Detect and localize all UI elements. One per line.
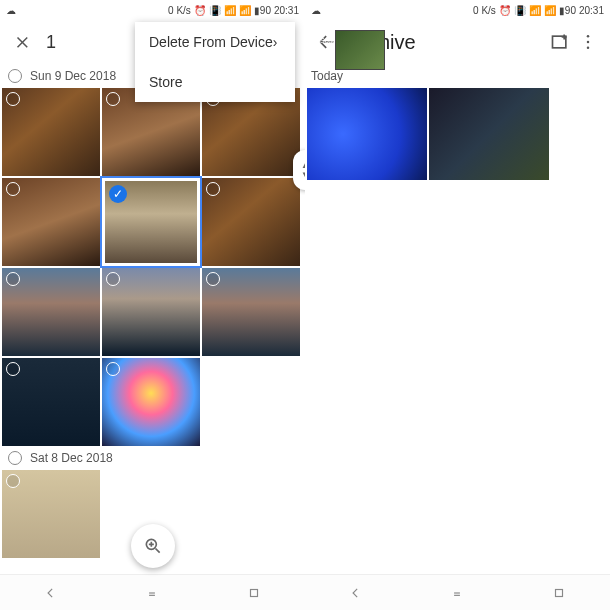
svg-rect-3 xyxy=(251,589,258,596)
select-all-ring[interactable] xyxy=(8,69,22,83)
signal-icon: 📶 xyxy=(239,5,251,16)
photo-thumb[interactable] xyxy=(202,268,300,356)
photo-thumb[interactable] xyxy=(2,470,100,558)
nav-bar xyxy=(305,574,610,610)
menu-delete-from-device[interactable]: Delete From Device› xyxy=(135,22,295,62)
vibrate-icon: 📳 xyxy=(209,5,221,16)
vibrate-icon: 📳 xyxy=(514,5,526,16)
nav-bar xyxy=(0,574,305,610)
phone-left-gallery: ☁ 0 K/s ⏰ 📳 📶 📶 ▮90 20:31 1 Sun 9 Dec 20… xyxy=(0,0,305,610)
svg-rect-10 xyxy=(556,589,563,596)
photo-thumb-selected[interactable]: ✓ xyxy=(102,178,200,266)
photo-thumb[interactable] xyxy=(102,358,200,446)
status-bar: ☁ 0 K/s ⏰ 📳 📶 📶 ▮90 20:31 xyxy=(0,0,305,20)
nav-back[interactable] xyxy=(41,583,61,603)
archive-grid: Register VideoScatta FotoCrea CartellaNa… xyxy=(305,88,610,180)
clock: 20:31 xyxy=(579,5,604,16)
nav-back[interactable] xyxy=(346,583,366,603)
photo-thumb[interactable] xyxy=(2,268,100,356)
date-label: Sun 9 Dec 2018 xyxy=(30,69,116,83)
add-photo-icon[interactable] xyxy=(546,28,574,56)
zoom-fab[interactable] xyxy=(131,524,175,568)
select-all-ring[interactable] xyxy=(8,451,22,465)
nav-home[interactable] xyxy=(142,583,162,603)
battery-icon: ▮90 xyxy=(559,5,576,16)
nav-recent[interactable] xyxy=(244,583,264,603)
photo-grid-1: ✓ xyxy=(0,88,305,446)
nav-recent[interactable] xyxy=(549,583,569,603)
svg-point-7 xyxy=(587,47,590,50)
svg-point-5 xyxy=(587,35,590,38)
svg-rect-1 xyxy=(150,592,156,593)
date-label: Sat 8 Dec 2018 xyxy=(30,451,113,465)
alarm-icon: ⏰ xyxy=(194,5,206,16)
archive-thumb[interactable] xyxy=(429,88,549,180)
svg-rect-9 xyxy=(455,594,461,595)
context-menu: Delete From Device› Store xyxy=(135,22,295,102)
scroll-handle[interactable]: ▲▼ xyxy=(293,150,305,190)
net-speed: 0 K/s xyxy=(473,5,496,16)
svg-rect-8 xyxy=(455,592,461,593)
clock: 20:31 xyxy=(274,5,299,16)
signal-icon: 📶 xyxy=(544,5,556,16)
phone-right-archive: ☁ 0 K/s ⏰ 📳 📶 📶 ▮90 20:31 Archive Today … xyxy=(305,0,610,610)
photo-thumb[interactable] xyxy=(202,178,300,266)
more-icon[interactable] xyxy=(574,28,602,56)
wifi-icon: 📶 xyxy=(224,5,236,16)
svg-point-6 xyxy=(587,41,590,44)
alarm-icon: ⏰ xyxy=(499,5,511,16)
magnify-plus-icon xyxy=(143,536,163,556)
net-speed: 0 K/s xyxy=(168,5,191,16)
date-header-2[interactable]: Sat 8 Dec 2018 xyxy=(0,446,305,470)
photo-thumb[interactable] xyxy=(102,268,200,356)
menu-store[interactable]: Store xyxy=(135,62,295,102)
cloud-icon: ☁ xyxy=(311,5,321,16)
photo-thumb[interactable] xyxy=(2,178,100,266)
svg-rect-2 xyxy=(150,594,156,595)
close-icon[interactable] xyxy=(8,28,36,56)
status-bar: ☁ 0 K/s ⏰ 📳 📶 📶 ▮90 20:31 xyxy=(305,0,610,20)
photo-thumb[interactable] xyxy=(2,88,100,176)
nav-home[interactable] xyxy=(447,583,467,603)
check-icon: ✓ xyxy=(109,185,127,203)
archive-thumb[interactable]: Register VideoScatta FotoCrea CartellaNa… xyxy=(307,88,427,180)
cloud-icon: ☁ xyxy=(6,5,16,16)
wifi-icon: 📶 xyxy=(529,5,541,16)
photo-thumb[interactable] xyxy=(2,358,100,446)
battery-icon: ▮90 xyxy=(254,5,271,16)
